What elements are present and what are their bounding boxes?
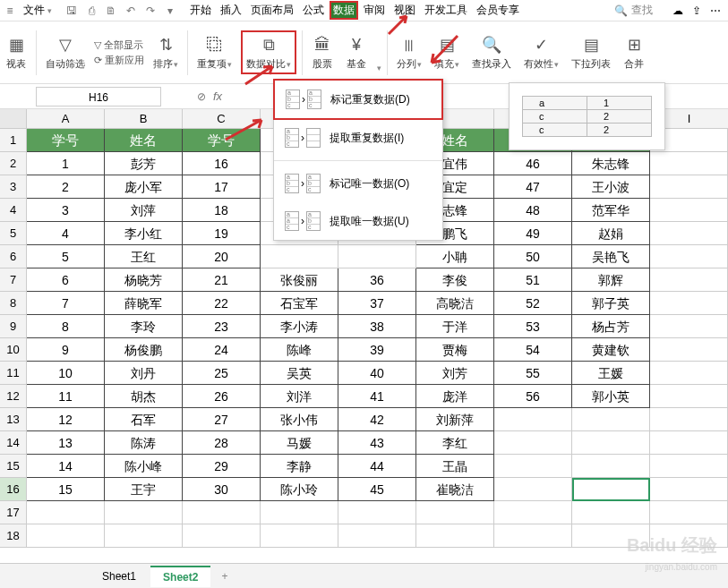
tab-member[interactable]: 会员专享	[473, 1, 523, 20]
cell[interactable]: 15	[27, 478, 105, 501]
sheet-tab-1[interactable]: Sheet1	[90, 567, 149, 586]
cell[interactable]: 30	[183, 478, 261, 501]
funds-button[interactable]: ¥ 基金	[342, 34, 371, 71]
cell[interactable]: 42	[338, 408, 416, 431]
row-header[interactable]: 2	[0, 152, 27, 175]
cell[interactable]: 贾梅	[416, 338, 494, 362]
cell[interactable]: 陈小玲	[261, 478, 338, 501]
row-header[interactable]: 1	[0, 129, 27, 152]
cell[interactable]: 36	[338, 268, 416, 292]
cell[interactable]: 22	[183, 292, 261, 315]
cell[interactable]: 12	[27, 408, 105, 431]
select-all-corner[interactable]	[0, 109, 27, 129]
tab-review[interactable]: 审阅	[360, 1, 389, 20]
reapply-button[interactable]: ⟳重新应用	[94, 54, 144, 67]
cell[interactable]: 29	[183, 455, 261, 478]
cell[interactable]: 21	[183, 268, 261, 292]
show-all-button[interactable]: ▽全部显示	[94, 38, 144, 52]
cell[interactable]: 王红	[105, 245, 183, 268]
cell[interactable]: 37	[338, 292, 416, 315]
cell[interactable]: 吴艳飞	[572, 245, 650, 268]
cell[interactable]: 16	[183, 152, 261, 175]
cell[interactable]: 1	[27, 152, 105, 175]
hamburger-icon[interactable]: ≡	[4, 4, 16, 17]
row-header[interactable]: 12	[0, 385, 27, 408]
cell[interactable]: 胡杰	[105, 385, 183, 408]
cell[interactable]: 王小波	[572, 175, 650, 199]
cell[interactable]: 40	[338, 362, 416, 385]
cell[interactable]: 17	[183, 175, 261, 199]
preview-icon[interactable]: 🗎	[104, 4, 118, 18]
tab-data[interactable]: 数据	[330, 1, 358, 20]
cell[interactable]: 石宝军	[261, 292, 338, 315]
cell[interactable]: 郭辉	[572, 268, 650, 292]
cell[interactable]: 高晓洁	[416, 292, 494, 315]
fill-button[interactable]: ▤ 填充▾	[431, 34, 463, 71]
col-header-C[interactable]: C	[183, 109, 261, 129]
cell[interactable]: 郭小英	[572, 385, 650, 408]
cell[interactable]: 张小伟	[261, 408, 338, 431]
cell[interactable]	[494, 478, 572, 501]
cell[interactable]: 李小涛	[261, 315, 338, 338]
redo-icon[interactable]: ↷	[143, 4, 158, 18]
row-header[interactable]: 3	[0, 175, 27, 199]
cell[interactable]: 郭子英	[572, 292, 650, 315]
row-header[interactable]: 18	[0, 524, 27, 548]
mark-duplicate-item[interactable]: abc›abc 标记重复数据(D)	[273, 79, 443, 120]
search-button[interactable]: 🔍 查找	[614, 3, 653, 18]
cell[interactable]: 陈小峰	[105, 455, 183, 478]
cell[interactable]: 41	[338, 385, 416, 408]
merge-button[interactable]: ⊞ 合并	[620, 34, 648, 71]
cell[interactable]: 43	[338, 431, 416, 455]
sort-button[interactable]: ⇅ 排序▾	[150, 34, 182, 71]
data-compare-button[interactable]: ⧉ 数据对比▾	[241, 30, 296, 74]
pivot-button[interactable]: ▦ 视表	[2, 34, 30, 71]
cell[interactable]: 8	[27, 315, 105, 338]
cell[interactable]: 50	[494, 245, 572, 268]
cell[interactable]: 2	[27, 175, 105, 199]
cell[interactable]: 李静	[261, 455, 338, 478]
row-header[interactable]: 16	[0, 478, 27, 501]
tab-formula[interactable]: 公式	[299, 1, 328, 20]
cell[interactable]: 46	[494, 152, 572, 175]
cell[interactable]: 5	[27, 245, 105, 268]
cell[interactable]: 14	[27, 455, 105, 478]
cell[interactable]: 王媛	[572, 362, 650, 385]
cell[interactable]: 55	[494, 362, 572, 385]
cell[interactable]: 4	[27, 222, 105, 245]
row-header[interactable]: 17	[0, 501, 27, 524]
cell[interactable]: 13	[27, 431, 105, 455]
cell[interactable]: 11	[27, 385, 105, 408]
cell[interactable]: 19	[183, 222, 261, 245]
row-header[interactable]: 8	[0, 292, 27, 315]
cell[interactable]: 学号	[27, 129, 105, 152]
cell[interactable]: 杨占芳	[572, 315, 650, 338]
cell[interactable]: 7	[27, 292, 105, 315]
extract-unique-item[interactable]: aac›abc 提取唯一数据(U)	[274, 202, 442, 240]
qat-more-icon[interactable]: ▾	[163, 4, 177, 18]
tab-insert[interactable]: 插入	[217, 1, 245, 20]
cell[interactable]: 赵娟	[572, 222, 650, 245]
cell[interactable]: 3	[27, 199, 105, 222]
row-header[interactable]: 15	[0, 455, 27, 478]
cell[interactable]	[338, 245, 416, 268]
tab-start[interactable]: 开始	[186, 1, 215, 20]
col-header-B[interactable]: B	[105, 109, 183, 129]
cell[interactable]: 陈涛	[105, 431, 183, 455]
row-header[interactable]: 4	[0, 199, 27, 222]
cell[interactable]: 28	[183, 431, 261, 455]
cell[interactable]: 48	[494, 199, 572, 222]
cell[interactable]: 26	[183, 385, 261, 408]
undo-icon[interactable]: ↶	[124, 4, 138, 18]
cell[interactable]	[261, 245, 338, 268]
cell[interactable]: 庞洋	[416, 385, 494, 408]
cell[interactable]: 51	[494, 268, 572, 292]
split-button[interactable]: ⫼ 分列▾	[393, 34, 425, 71]
name-box[interactable]: H16	[36, 87, 161, 107]
cell[interactable]: 6	[27, 268, 105, 292]
row-header[interactable]: 5	[0, 222, 27, 245]
more-icon[interactable]: ⋯	[710, 4, 721, 17]
cell[interactable]: 38	[338, 315, 416, 338]
filter-button[interactable]: ▽ 自动筛选	[42, 34, 89, 71]
row-header[interactable]: 7	[0, 268, 27, 292]
